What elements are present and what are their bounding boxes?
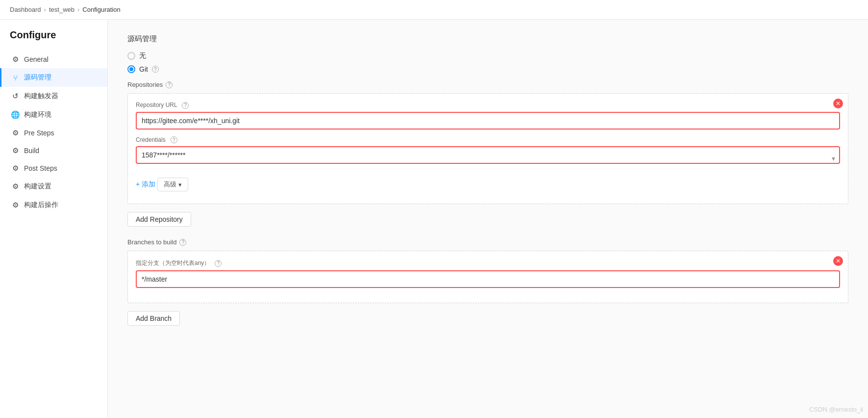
add-credentials-link[interactable]: + 添加 bbox=[136, 180, 155, 189]
branch-panel-close-button[interactable]: ✕ bbox=[833, 256, 843, 266]
pre-steps-icon: ⚙ bbox=[11, 129, 19, 137]
scm-radio-group: 无 Git ? bbox=[127, 52, 848, 73]
gear-icon: ⚙ bbox=[11, 55, 19, 63]
sidebar-label-general: General bbox=[24, 55, 49, 63]
source-icon: ⑂ bbox=[11, 74, 19, 81]
sidebar-label-build: Build bbox=[24, 147, 39, 155]
radio-none-circle bbox=[127, 52, 135, 60]
sidebar-label-build-settings: 构建设置 bbox=[24, 182, 51, 191]
git-help-icon[interactable]: ? bbox=[152, 66, 159, 73]
breadcrumb-project[interactable]: test_web bbox=[49, 6, 74, 13]
branch-specifier-label: 指定分支（为空时代表any） bbox=[136, 260, 210, 266]
branch-specifier-help-icon[interactable]: ? bbox=[215, 260, 222, 267]
breadcrumb-current: Configuration bbox=[82, 6, 120, 13]
sidebar-label-post-steps: Post Steps bbox=[24, 164, 57, 172]
branches-help-icon[interactable]: ? bbox=[179, 239, 186, 246]
repo-url-input[interactable] bbox=[136, 112, 840, 130]
repo-url-label-text: Repository URL bbox=[136, 102, 177, 108]
sidebar-item-source[interactable]: ⑂ 源码管理 bbox=[0, 68, 107, 87]
sidebar-item-build[interactable]: ⚙ Build bbox=[0, 142, 107, 159]
sidebar-item-triggers[interactable]: ↺ 构建触发器 bbox=[0, 87, 107, 105]
settings-icon: ⚙ bbox=[11, 183, 19, 190]
advanced-label: 高级 bbox=[164, 180, 176, 189]
sidebar-item-env[interactable]: 🌐 构建环境 bbox=[0, 105, 107, 124]
advanced-button[interactable]: 高级 ▾ bbox=[157, 178, 188, 191]
main-content: 源码管理 无 Git ? Repositories ? ✕ Repository… bbox=[108, 20, 868, 418]
sidebar: Configure ⚙ General ⑂ 源码管理 ↺ 构建触发器 🌐 构建环… bbox=[0, 20, 108, 418]
radio-git[interactable]: Git ? bbox=[127, 65, 848, 73]
radio-git-circle bbox=[127, 65, 135, 73]
add-repository-button[interactable]: Add Repository bbox=[127, 212, 191, 227]
credentials-select[interactable]: 1587****/****** bbox=[136, 146, 840, 164]
main-layout: Configure ⚙ General ⑂ 源码管理 ↺ 构建触发器 🌐 构建环… bbox=[0, 20, 868, 418]
repositories-label-row: Repositories ? bbox=[127, 81, 848, 88]
add-repository-label: Add Repository bbox=[136, 215, 183, 223]
sidebar-title: Configure bbox=[0, 29, 107, 51]
repositories-label: Repositories bbox=[127, 81, 163, 88]
breadcrumb-bar: Dashboard › test_web › Configuration bbox=[0, 0, 868, 20]
radio-git-label: Git bbox=[139, 65, 148, 73]
radio-none-label: 无 bbox=[139, 52, 146, 60]
credentials-help-icon[interactable]: ? bbox=[171, 136, 177, 143]
sidebar-label-env: 构建环境 bbox=[24, 110, 51, 119]
post-steps-icon: ⚙ bbox=[11, 164, 19, 172]
env-icon: 🌐 bbox=[11, 111, 19, 119]
sidebar-item-pre-steps[interactable]: ⚙ Pre Steps bbox=[0, 124, 107, 142]
add-branch-label: Add Branch bbox=[136, 314, 172, 322]
repo-url-help-icon[interactable]: ? bbox=[182, 102, 189, 109]
branch-panel: ✕ 指定分支（为空时代表any） ? bbox=[127, 251, 848, 303]
repository-panel: ✕ Repository URL ? Credentials ? 1587***… bbox=[127, 93, 848, 204]
credentials-field-label: Credentials ? bbox=[136, 136, 840, 144]
sidebar-label-pre-steps: Pre Steps bbox=[24, 129, 54, 137]
breadcrumb-sep-2: › bbox=[77, 6, 79, 13]
branches-label-row: Branches to build ? bbox=[127, 238, 848, 246]
advanced-chevron-icon: ▾ bbox=[178, 181, 182, 188]
trigger-icon: ↺ bbox=[11, 92, 19, 100]
repo-url-field-label: Repository URL ? bbox=[136, 102, 840, 109]
breadcrumb-sep-1: › bbox=[44, 6, 46, 13]
sidebar-label-source: 源码管理 bbox=[24, 73, 51, 82]
sidebar-label-post-build: 构建后操作 bbox=[24, 201, 58, 209]
post-build-icon: ⚙ bbox=[11, 201, 19, 209]
build-icon: ⚙ bbox=[11, 147, 19, 155]
sidebar-item-build-settings[interactable]: ⚙ 构建设置 bbox=[0, 177, 107, 196]
repositories-help-icon[interactable]: ? bbox=[166, 81, 173, 88]
branch-specifier-label-row: 指定分支（为空时代表any） ? bbox=[136, 259, 840, 267]
branch-specifier-input[interactable] bbox=[136, 270, 840, 288]
sidebar-item-general[interactable]: ⚙ General bbox=[0, 51, 107, 68]
breadcrumb-dashboard[interactable]: Dashboard bbox=[10, 6, 41, 13]
branches-label: Branches to build bbox=[127, 238, 176, 246]
credentials-label-text: Credentials bbox=[136, 136, 166, 143]
radio-none[interactable]: 无 bbox=[127, 52, 848, 60]
sidebar-label-triggers: 构建触发器 bbox=[24, 92, 58, 101]
add-branch-button[interactable]: Add Branch bbox=[127, 311, 180, 326]
sidebar-item-post-steps[interactable]: ⚙ Post Steps bbox=[0, 159, 107, 177]
panel-close-button[interactable]: ✕ bbox=[833, 99, 843, 108]
section-title: 源码管理 bbox=[127, 34, 848, 44]
sidebar-item-post-build[interactable]: ⚙ 构建后操作 bbox=[0, 196, 107, 214]
credentials-select-wrapper: 1587****/****** bbox=[136, 146, 840, 171]
